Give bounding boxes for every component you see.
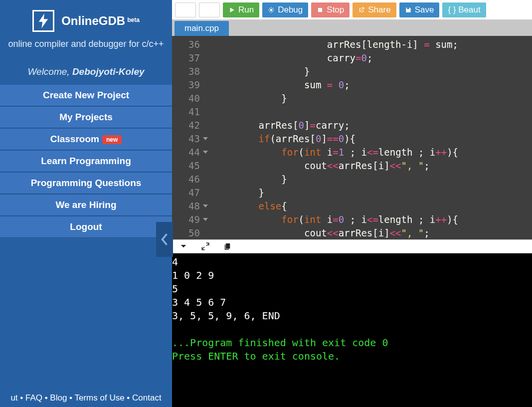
code-content[interactable]: arrRes[length-i] = sum; carry=0; } sum =… [211, 36, 532, 239]
line-number: 50 [172, 226, 200, 239]
line-number: 44 [172, 146, 200, 159]
code-line[interactable]: } [213, 186, 532, 200]
line-number: 49 [172, 213, 200, 226]
badge-new: new [102, 135, 122, 144]
code-line[interactable]: cout<<arrRes[i]<<", "; [213, 159, 532, 173]
console-text: 4 1 0 2 9 5 3 4 5 6 7 3, 5, 5, 9, 6, END [172, 256, 280, 322]
tab-main-cpp[interactable]: main.cpp [175, 21, 229, 36]
copy-icon[interactable] [223, 242, 232, 251]
svg-marker-1 [230, 7, 234, 12]
welcome-text: Welcome, Debojyoti-Koley [0, 66, 172, 77]
line-number: 36 [172, 38, 200, 51]
stop-button[interactable]: Stop [311, 2, 350, 17]
line-number: 48 [172, 200, 200, 213]
code-editor[interactable]: 363738394041424344454647484950 arrRes[le… [172, 36, 532, 239]
toolbar: Run Debug Stop Share Save { } Beaut [172, 0, 532, 20]
line-gutter: 363738394041424344454647484950 [172, 36, 211, 239]
code-line[interactable]: else{ [213, 200, 532, 213]
app-title: OnlineGDB [61, 14, 125, 27]
run-button[interactable]: Run [223, 2, 259, 17]
svg-point-2 [270, 8, 273, 11]
svg-rect-3 [318, 7, 322, 11]
collapse-sidebar-button[interactable] [156, 222, 173, 257]
code-line[interactable]: arrRes[length-i] = sum; [213, 38, 532, 51]
nav-item-we-are-hiring[interactable]: We are Hiring [0, 194, 172, 216]
logo-icon [32, 10, 54, 32]
line-number: 46 [172, 173, 200, 186]
share-button[interactable]: Share [353, 2, 396, 17]
code-line[interactable]: sum = 0; [213, 78, 532, 92]
chevron-down-icon[interactable] [179, 242, 188, 251]
nav-item-my-projects[interactable]: My Projects [0, 106, 172, 128]
line-number: 38 [172, 65, 200, 78]
debug-button[interactable]: Debug [262, 2, 308, 17]
code-line[interactable]: cout<<arrRes[i]<<", "; [213, 226, 532, 239]
code-line[interactable]: } [213, 173, 532, 186]
nav-item-learn-programming[interactable]: Learn Programming [0, 150, 172, 172]
line-number: 43 [172, 132, 200, 146]
nav-menu: Create New ProjectMy ProjectsClassroomne… [0, 84, 172, 238]
line-number: 40 [172, 92, 200, 105]
new-file-button[interactable] [175, 2, 196, 17]
console-exit-line: ...Program finished with exit code 0 [172, 337, 388, 349]
line-number: 39 [172, 78, 200, 92]
code-line[interactable]: carry=0; [213, 51, 532, 65]
nav-item-programming-questions[interactable]: Programming Questions [0, 172, 172, 194]
code-line[interactable]: } [213, 65, 532, 78]
beta-label: beta [127, 16, 140, 23]
line-number: 42 [172, 119, 200, 132]
nav-item-logout[interactable]: Logout [0, 216, 172, 238]
code-line[interactable]: if(arrRes[0]==0){ [213, 132, 532, 146]
line-number: 45 [172, 159, 200, 173]
tabbar: main.cpp [172, 20, 532, 36]
line-number: 47 [172, 186, 200, 200]
code-line[interactable]: } [213, 92, 532, 105]
nav-item-create-new-project[interactable]: Create New Project [0, 84, 172, 106]
code-line[interactable]: arrRes[0]=carry; [213, 119, 532, 132]
upload-button[interactable] [199, 2, 220, 17]
line-number: 41 [172, 105, 200, 119]
console-output[interactable]: 4 1 0 2 9 5 3 4 5 6 7 3, 5, 5, 9, 6, END… [172, 253, 532, 407]
code-line[interactable] [213, 105, 532, 119]
footer-links[interactable]: ut • FAQ • Blog • Terms of Use • Contact [0, 389, 172, 407]
code-line[interactable]: for(int i=1 ; i<=length ; i++){ [213, 146, 532, 159]
logo-area: OnlineGDBbeta online compiler and debugg… [0, 0, 172, 55]
line-number: 37 [172, 51, 200, 65]
console-toolbar [172, 239, 532, 253]
code-line[interactable]: for(int i=0 ; i<=length ; i++){ [213, 213, 532, 226]
save-button[interactable]: Save [399, 2, 440, 17]
beautify-button[interactable]: { } Beaut [442, 2, 486, 17]
svg-marker-0 [39, 13, 48, 28]
sidebar: OnlineGDBbeta online compiler and debugg… [0, 0, 172, 407]
expand-icon[interactable] [201, 242, 210, 251]
nav-item-classroom[interactable]: Classroomnew [0, 128, 172, 150]
console-prompt-line: Press ENTER to exit console. [172, 350, 340, 362]
main-area: Run Debug Stop Share Save { } Beaut main… [172, 0, 532, 407]
tagline: online compiler and debugger for c/c++ [5, 39, 167, 49]
